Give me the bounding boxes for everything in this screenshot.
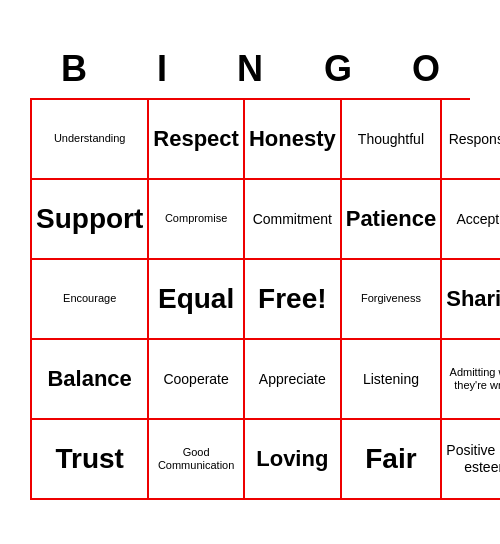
bingo-cell[interactable]: Admitting when they're wrong xyxy=(442,340,500,420)
bingo-cell[interactable]: Forgiveness xyxy=(342,260,443,340)
cell-text: Balance xyxy=(47,366,131,392)
bingo-cell[interactable]: Equal xyxy=(149,260,245,340)
cell-text: Trust xyxy=(55,442,123,476)
bingo-cell[interactable]: Good Communication xyxy=(149,420,245,500)
bingo-cell[interactable]: Cooperate xyxy=(149,340,245,420)
bingo-cell[interactable]: Trust xyxy=(32,420,149,500)
cell-text: Sharing xyxy=(446,286,500,312)
cell-text: Appreciate xyxy=(259,371,326,388)
cell-text: Accepting xyxy=(456,211,500,228)
cell-text: Respect xyxy=(153,126,239,152)
cell-text: Support xyxy=(36,202,143,236)
bingo-cell[interactable]: Support xyxy=(32,180,149,260)
cell-text: Compromise xyxy=(165,212,227,225)
bingo-cell[interactable]: Balance xyxy=(32,340,149,420)
cell-text: Positive Self-esteem xyxy=(446,442,500,476)
header-letter: G xyxy=(294,44,382,98)
cell-text: Patience xyxy=(346,206,437,232)
cell-text: Thoughtful xyxy=(358,131,424,148)
bingo-cell[interactable]: Free! xyxy=(245,260,342,340)
cell-text: Cooperate xyxy=(163,371,228,388)
bingo-cell[interactable]: Listening xyxy=(342,340,443,420)
bingo-cell[interactable]: Compromise xyxy=(149,180,245,260)
header-letter: O xyxy=(382,44,470,98)
cell-text: Listening xyxy=(363,371,419,388)
bingo-cell[interactable]: Positive Self-esteem xyxy=(442,420,500,500)
bingo-grid: UnderstandingRespectHonestyThoughtfulRes… xyxy=(30,98,470,500)
cell-text: Responsible xyxy=(449,131,500,148)
cell-text: Encourage xyxy=(63,292,116,305)
header-letter: B xyxy=(30,44,118,98)
bingo-cell[interactable]: Accepting xyxy=(442,180,500,260)
cell-text: Admitting when they're wrong xyxy=(446,366,500,392)
bingo-cell[interactable]: Sharing xyxy=(442,260,500,340)
cell-text: Loving xyxy=(256,446,328,472)
bingo-cell[interactable]: Encourage xyxy=(32,260,149,340)
bingo-cell[interactable]: Honesty xyxy=(245,100,342,180)
bingo-cell[interactable]: Patience xyxy=(342,180,443,260)
cell-text: Free! xyxy=(258,282,326,316)
bingo-header: BINGO xyxy=(30,44,470,98)
bingo-cell[interactable]: Responsible xyxy=(442,100,500,180)
cell-text: Commitment xyxy=(253,211,332,228)
bingo-cell[interactable]: Appreciate xyxy=(245,340,342,420)
bingo-cell[interactable]: Loving xyxy=(245,420,342,500)
cell-text: Fair xyxy=(365,442,416,476)
bingo-cell[interactable]: Commitment xyxy=(245,180,342,260)
header-letter: N xyxy=(206,44,294,98)
bingo-cell[interactable]: Respect xyxy=(149,100,245,180)
cell-text: Equal xyxy=(158,282,234,316)
bingo-cell[interactable]: Fair xyxy=(342,420,443,500)
cell-text: Understanding xyxy=(54,132,126,145)
cell-text: Good Communication xyxy=(153,446,239,472)
bingo-card: BINGO UnderstandingRespectHonestyThought… xyxy=(20,34,480,510)
cell-text: Forgiveness xyxy=(361,292,421,305)
cell-text: Honesty xyxy=(249,126,336,152)
header-letter: I xyxy=(118,44,206,98)
bingo-cell[interactable]: Understanding xyxy=(32,100,149,180)
bingo-cell[interactable]: Thoughtful xyxy=(342,100,443,180)
